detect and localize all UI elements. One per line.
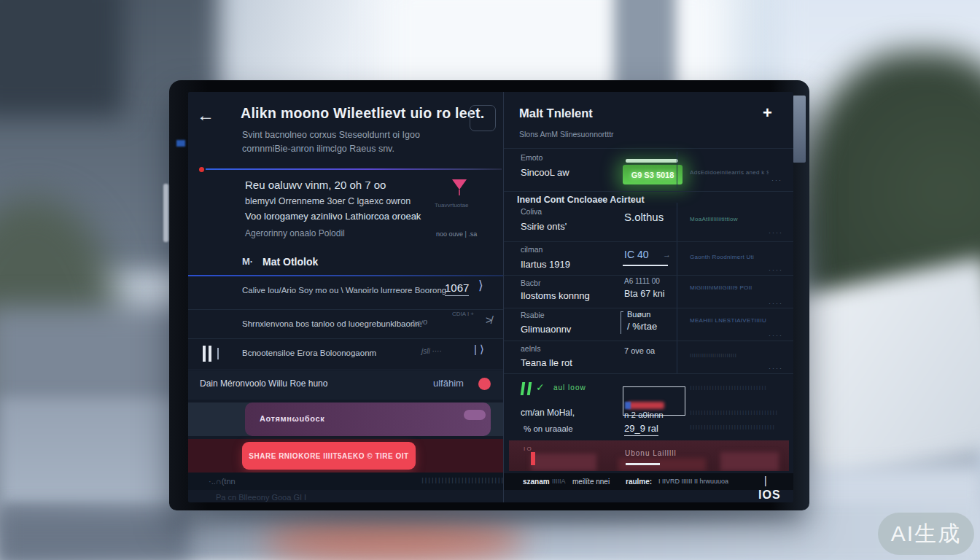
promo-banner[interactable]: I O Ubonu Lailllll (509, 440, 789, 471)
list-item[interactable]: Dain Méronvoolo Willu Roe huno ulfāhim (188, 370, 504, 400)
kebab-menu-icon[interactable]: ··· (771, 176, 782, 184)
row-label-top: Rsabie (521, 311, 545, 319)
purple-action-row[interactable]: Аотямнωuбоcк (245, 402, 491, 436)
side-button[interactable] (163, 184, 168, 242)
row-value: ulfāhim (433, 378, 464, 389)
footer-text: Pa cn Blleeony Gooa GI I (216, 493, 306, 502)
row-label-bottom: Ilostoms konnng (521, 290, 590, 301)
purple-row: Аотямнωuбоcк (188, 402, 504, 436)
row-note: Gaonth Roodnimert Uti (690, 254, 774, 260)
row-note: AdsEdidoeinilearrls aned k Sanaollau . (690, 169, 769, 176)
background-building-corner (0, 0, 124, 117)
bottom-bar-item[interactable]: szanam (523, 478, 550, 486)
table-row[interactable]: cilman Ilartus 1919 IC 40 → Gaonth Roodn… (504, 243, 793, 275)
kebab-menu-icon[interactable]: ···· (769, 229, 783, 236)
footer-row[interactable]: ·..∩(tnn IIIIIIIIIIIIIIIIIIIIIIIIIIIIII (188, 472, 504, 490)
left-panel: ← Alikn moono Wileetlievt uio ro leet. S… (188, 92, 504, 502)
banner-red-bar-icon (531, 452, 535, 465)
row-label-top: Emoto (521, 153, 542, 162)
summary-right-caption: Tuavvrtuotae (435, 202, 468, 209)
status-badge: G9 S3 5018 (623, 165, 682, 184)
row-label: Calive lou/Ario Soy mo ou \ Wanoirlo lur… (242, 286, 446, 295)
right-panel: Malt Tnlelent + Slons AmM Slinesuonnortt… (504, 92, 793, 502)
list-item[interactable]: Calive lou/Ario Soy mo ou \ Wanoirlo lur… (188, 277, 504, 309)
list-item[interactable]: Bcnootensiloe Erora Boloonogaonm jsli ··… (188, 340, 504, 368)
divider (504, 191, 793, 192)
divider (504, 373, 793, 374)
os-label: lOS (758, 489, 781, 502)
row-script-note: Juvo (410, 316, 428, 328)
badge-topbar (626, 159, 678, 163)
bottom-bar-item[interactable]: meilíte nnei (572, 478, 610, 486)
bottom-bar-item[interactable]: I IIVRD IIIIII II hrwuuuoa (658, 478, 728, 485)
primary-action-button[interactable]: SHARE RNIOKORE IIIIT5AEKO © TIRE OIT (242, 442, 416, 470)
row-label-top: cilman (521, 245, 542, 254)
row-label-top: aelnls (521, 344, 540, 353)
row-label: Bcnootensiloe Erora Boloonogaonm (242, 349, 376, 358)
summary-line1: Reu oaluwv vinm, 20 oh 7 oo (245, 179, 386, 191)
featured-row[interactable]: Emoto SincooL aw G9 S3 5018 AdsEdidoeini… (504, 149, 793, 190)
table-row[interactable]: Bacbr Ilostoms konnng A6 1111 00 Bta 67 … (504, 276, 793, 308)
bottom-bar: szanam IIIIIA meilíte nnei raulme: I IIV… (504, 473, 793, 490)
row-label: Dain Méronvoolo Willu Roe huno (200, 379, 327, 389)
kebab-menu-icon[interactable]: ···· (769, 365, 783, 372)
app-screen: ← Alikn moono Wileetlievt uio ro leet. S… (188, 92, 793, 502)
red-section: SHARE RNIOKORE IIIIT5AEKO © TIRE OIT (188, 439, 504, 472)
stats-row: ✓ aul loow cm/an MoHal, % on uraaale n 2… (504, 376, 793, 438)
stats-dashes: ıııııııııııııııııııııııııııııııı (690, 408, 778, 417)
row-label-bottom: Glimuaonnv (521, 324, 571, 335)
divider (188, 369, 504, 370)
row-label: Shrnxlenvona bos tanloo od luoegrebunklb… (242, 319, 422, 329)
list-item[interactable]: Shrnxlenvona bos tanloo od luoegrebunklb… (188, 311, 504, 338)
progress-line (206, 168, 502, 170)
chevron-right-icon: ⟩ (478, 279, 483, 293)
stats-value-line1: n 2 a0innn (624, 411, 664, 420)
pause-bar-thin (217, 348, 219, 359)
row-label-bottom: Ssirie onts' (521, 221, 567, 232)
panel-title: Malt Tnlelent (519, 106, 593, 120)
ai-watermark-label: AI生成 (891, 519, 961, 549)
bottom-bar-item[interactable]: raulme: (626, 478, 652, 486)
bezel-reflection (793, 96, 806, 163)
background-darkstrip-left (0, 510, 190, 560)
row-label-bottom: SincooL aw (521, 167, 569, 178)
page-title: Alikn moono Wileetlievt uio ro leet. (241, 105, 485, 121)
bottom-bar-item[interactable]: IIIIIA (552, 478, 566, 485)
row-note: MEAHIII LNESTIAIVETIIIIU (690, 317, 774, 324)
summary-line2: blemyvl Orrenneme 3oer C lgaexc owron (245, 196, 411, 206)
progress-dot (199, 167, 204, 172)
banner-skyline (531, 454, 596, 471)
stats-label-line1: cm/an MoHal, (521, 408, 575, 419)
section-underline (188, 275, 504, 276)
add-icon[interactable]: + (763, 104, 772, 122)
section-title: Mat Otlolok (262, 256, 318, 268)
row-note: ııııııııııııııııııııııı (690, 351, 774, 359)
stats-dashes: ıııııııııııııııııııııııııııı (690, 384, 767, 392)
green-bar-icon (527, 382, 532, 395)
table-row[interactable]: Rsabie Glimuaonnv Buøun / %rtae MEAHIII … (504, 308, 793, 341)
table-row[interactable]: Coliva Ssirie onts' S.olthus MoaAtllilli… (504, 201, 793, 241)
column-divider (677, 152, 677, 188)
purple-row-label: Аотямнωuбоcк (260, 414, 324, 424)
green-label: aul loow (553, 384, 586, 392)
kebab-menu-icon[interactable]: ···· (769, 300, 783, 307)
bookmark-icon[interactable] (470, 105, 496, 131)
green-bar-icon (521, 382, 526, 395)
kebab-menu-icon[interactable]: ···· (769, 266, 783, 273)
pause-icon (203, 346, 206, 362)
stats-value-line2: 29_9 ral (624, 424, 658, 436)
toggle-pill[interactable] (464, 410, 486, 420)
row-value: IC 40 (624, 249, 648, 260)
chart-blue-dot (625, 402, 631, 409)
divider (504, 241, 793, 242)
text-cursor: | (764, 475, 767, 486)
row-value-top: Buøun (627, 310, 650, 319)
chart-red-mark (628, 402, 664, 409)
banner-skyline (720, 452, 779, 471)
back-icon[interactable]: ← (197, 105, 214, 125)
value-underline (623, 265, 668, 266)
record-dot-icon[interactable] (478, 378, 491, 390)
status-badge-label: G9 S3 5018 (631, 171, 674, 179)
table-row[interactable]: aelnls Teana lle rot 7 ove oa ıııııııııı… (504, 341, 793, 373)
kebab-menu-icon[interactable]: ···· (769, 332, 783, 339)
